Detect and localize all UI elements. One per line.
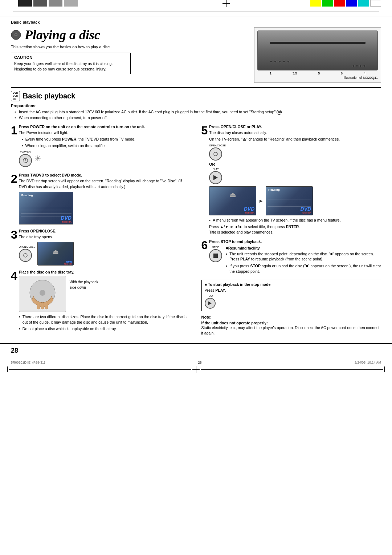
bottom-line-left xyxy=(7,366,8,372)
to-start-play-btn[interactable] xyxy=(205,298,216,309)
color-block-yellow xyxy=(310,0,321,7)
step6-block: 6 Press STOP to end playback. STOP xyxy=(201,239,381,276)
step5-openclose-label: OPEN/CLOSE xyxy=(209,144,226,147)
top-color-bar xyxy=(0,0,392,7)
device-num-4: 4 xyxy=(364,72,366,75)
device-right-buttons xyxy=(352,65,366,67)
to-start-title: ■ To start playback in the stop mode xyxy=(205,282,378,287)
stop-square-icon xyxy=(213,254,218,258)
step5-title: Press OPEN/CLOSE or PLAY. xyxy=(209,125,381,129)
svg-point-11 xyxy=(214,152,217,156)
step4-content: Place the disc on the disc tray. xyxy=(19,270,191,332)
step3-block: 3 Press OPEN/CLOSE. The disc tray opens.… xyxy=(11,229,191,266)
step3-eject-icon: ⏏ xyxy=(53,248,59,256)
step1-body: The Power indicator will light. • Every … xyxy=(19,130,191,149)
preparations-list: Insert the AC cord plug into a standard … xyxy=(11,109,381,121)
step2-body: The DVD startup screen will appear on th… xyxy=(19,178,191,189)
svg-rect-8 xyxy=(37,302,40,309)
basic-playback-section-title: DVD VCD CD Basic playback xyxy=(11,91,381,101)
step5-screen2: Reading DVD TOSHIBA xyxy=(266,186,313,215)
step4-notes: • There are two different disc sizes. Pl… xyxy=(19,314,191,332)
page-number: 28 xyxy=(11,347,18,355)
open-close-icon-5 xyxy=(213,151,218,157)
section-header-small: Basic playback xyxy=(11,20,381,24)
step2-title: Press TV/DVD to select DVD mode. xyxy=(19,173,191,177)
step5-play-group: PLAY xyxy=(209,168,222,184)
device-btn-2 xyxy=(274,60,277,63)
device-btn-r1 xyxy=(352,65,355,67)
step1-title: Press POWER on the unit or on the remote… xyxy=(19,125,191,129)
to-start-play-group: PLAY xyxy=(205,295,216,309)
step2-toshiba-logo: TOSHIBA xyxy=(21,221,72,223)
step3-title: Press OPEN/CLOSE. xyxy=(19,229,191,233)
step6-resuming-list: The unit records the stopped point, depe… xyxy=(226,251,381,274)
step6-resuming-item1: The unit records the stopped point, depe… xyxy=(226,251,381,262)
color-block-white xyxy=(370,0,381,7)
header-line-left xyxy=(11,9,11,15)
step5-screens-pair: ⏏ DVD TOSHIBA ► Reading xyxy=(209,186,381,215)
step4-note2: • Do not place a disc which is unplayabl… xyxy=(19,326,191,332)
to-start-body: Press PLAY. xyxy=(205,288,378,292)
step5-toshiba2: TOSHIBA xyxy=(268,212,311,214)
step2-reading-text: Reading xyxy=(21,194,33,197)
step3-toshiba-logo: TOSHIBA xyxy=(64,263,72,265)
step5-play-btn[interactable] xyxy=(209,171,222,184)
footer-right-meta: 2/24/05, 10:14 AM xyxy=(355,361,381,364)
step6-resuming: ■Resuming facility The unit records the … xyxy=(226,246,381,276)
step3-open-close-group: OPEN/CLOSE xyxy=(19,246,36,262)
step3-openclose-btn xyxy=(19,249,32,262)
step5-body2: On the TV-screen, "⏏" changes to "Readin… xyxy=(209,137,381,142)
device-btn-4 xyxy=(283,60,285,63)
step5-body: The disc tray closes automatically. xyxy=(209,130,381,135)
step1-power-label: POWER xyxy=(19,150,32,153)
device-num-5: 5 xyxy=(318,72,320,75)
svg-rect-9 xyxy=(41,303,44,309)
device-label: Illustration of MD20Q41 xyxy=(257,76,378,80)
step5-reading-text: Reading xyxy=(268,188,280,191)
device-num-35: 3,5 xyxy=(293,72,297,75)
power-icon xyxy=(23,158,28,163)
device-num-1: 1 xyxy=(270,72,271,75)
col-left: 1 Press POWER on the unit or on the remo… xyxy=(11,125,191,336)
preparation-item-2: When connecting to other equipment, turn… xyxy=(15,115,381,121)
step6-stop-group: STOP xyxy=(209,246,222,262)
step6-number: 6 xyxy=(201,239,208,276)
step6-resuming-item2: If you press STOP again or unload the di… xyxy=(226,263,381,274)
step5-screen1: ⏏ DVD TOSHIBA xyxy=(209,186,256,215)
header-crosshair-top xyxy=(222,0,230,7)
bottom-line xyxy=(9,369,191,370)
section-divider xyxy=(11,87,381,88)
color-block-green xyxy=(322,0,333,7)
step2-block: 2 Press TV/DVD to select DVD mode. The D… xyxy=(11,173,191,224)
note-body: Static electricity, etc., may affect the… xyxy=(201,325,381,336)
step1-block: 1 Press POWER on the unit or on the remo… xyxy=(11,125,191,169)
play-triangle-sm-icon xyxy=(208,301,212,305)
col-right: 5 Press OPEN/CLOSE or PLAY. The disc tra… xyxy=(197,125,381,336)
step5-icons-row: OPEN/CLOSE xyxy=(209,144,381,161)
step6-stop-btn[interactable] xyxy=(209,249,222,262)
step5-enter-text: Press ▲/▼ or ◄/► to select title, then p… xyxy=(209,224,381,230)
step6-content: Press STOP to end playback. STOP ■Resumi… xyxy=(209,239,381,276)
step5-content: Press OPEN/CLOSE or PLAY. The disc tray … xyxy=(209,125,381,235)
caution-box: CAUTION Keep your fingers well clear of … xyxy=(11,53,131,74)
top-bar-left xyxy=(18,0,142,7)
bottom-area: 5R00101D [E] (P28-31) 28 2/24/05, 10:14 … xyxy=(0,359,392,366)
title-subtitle: This section shows you the basics on how… xyxy=(11,45,247,49)
color-block-blue xyxy=(346,0,357,7)
disc-icon xyxy=(11,30,21,40)
step3-openclose-label: OPEN/CLOSE xyxy=(19,246,36,248)
step1-bullet1: • Every time you press POWER, the TV/DVD… xyxy=(22,137,191,142)
step2-number: 2 xyxy=(11,173,17,224)
device-btn-5 xyxy=(287,60,290,63)
preparation-item-1: Insert the AC cord plug into a standard … xyxy=(15,109,381,115)
step3-content: Press OPEN/CLOSE. The disc tray opens. O… xyxy=(19,229,191,266)
step4-hand-img xyxy=(19,276,66,312)
note-title: Note: xyxy=(201,315,381,319)
step5-enter-text2: Title is selected and play commences. xyxy=(209,230,381,235)
step5-dvd-logo1: DVD xyxy=(211,206,254,212)
step6-title: Press STOP to end playback. xyxy=(209,239,381,244)
svg-point-7 xyxy=(40,290,45,296)
step1-content: Press POWER on the unit or on the remote… xyxy=(19,125,191,169)
to-start-box: ■ To start playback in the stop mode Pre… xyxy=(201,280,381,311)
page-footer: 28 xyxy=(0,343,392,357)
